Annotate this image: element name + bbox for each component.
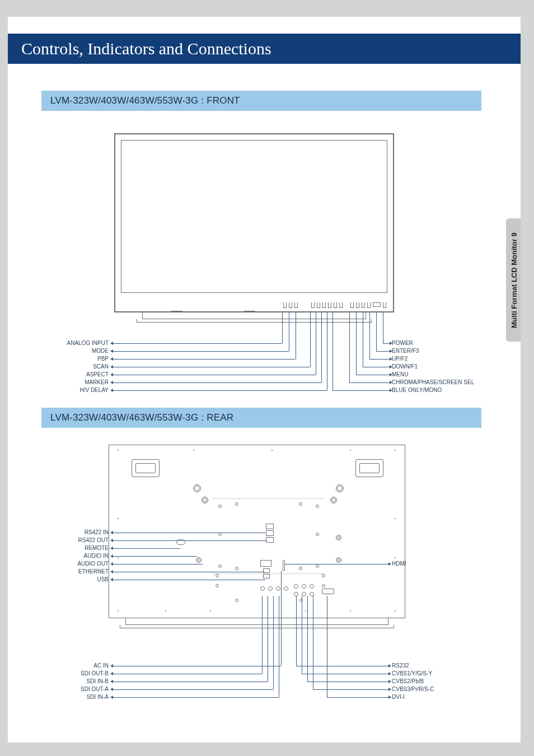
rear-left-upper-labels: RS422 IN RS422 OUT REMOTE AUDIO IN AUDIO…: [41, 529, 109, 584]
front-diagram: ANALOG INPUT MODE PBP SCAN ASPECT MARKER…: [41, 122, 481, 396]
monitor-front-outline: [114, 133, 394, 312]
front-left-labels: ANALOG INPUT MODE PBP SCAN ASPECT MARKER…: [41, 339, 109, 394]
side-tab-label: Multi Format LCD Monitor: [510, 239, 518, 328]
section-heading-rear: LVM-323W/403W/463W/553W-3G : REAR: [41, 408, 481, 428]
monitor-rear-outline: [109, 445, 405, 618]
rear-right-lower-labels: RS232 CVBS1/Y/G/S-Y CVBS2/Pb/B CVBS3/Pr/…: [392, 662, 481, 701]
section-heading-front: LVM-323W/403W/463W/553W-3G : FRONT: [41, 91, 481, 111]
rear-left-lower-labels: AC IN SDI OUT-B SDI IN-B SDI OUT-A SDI I…: [41, 662, 109, 701]
side-tab: Multi Format LCD Monitor 9: [506, 218, 521, 342]
page-title: Controls, Indicators and Connections: [8, 34, 521, 64]
rear-diagram: RS422 IN RS422 OUT REMOTE AUDIO IN AUDIO…: [41, 439, 481, 708]
front-right-labels: POWER ENTER/F3 UP/F2 DOWN/F1 MENU CHROMA…: [392, 339, 481, 394]
rear-right-upper-labels: HDMI: [392, 560, 481, 568]
side-tab-page: 9: [510, 232, 518, 236]
